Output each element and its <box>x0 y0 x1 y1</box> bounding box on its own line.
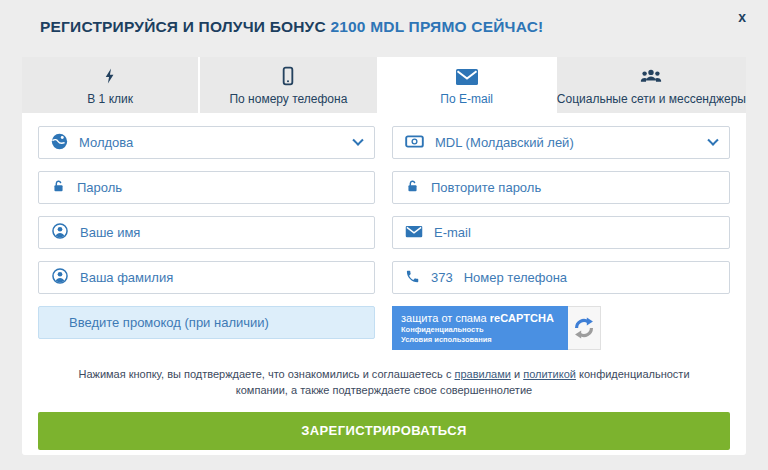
registration-panel: В 1 клик По номеру телефона По E-mail Со… <box>22 57 746 455</box>
privacy-policy-link[interactable]: политикой <box>523 368 576 380</box>
form-content: Молдова MDL (Молдавский лей) <box>22 113 746 450</box>
last-name-input[interactable] <box>80 270 362 285</box>
country-select[interactable]: Молдова <box>38 126 375 159</box>
tab-social-messengers[interactable]: Социальные сети и мессенджеры <box>557 57 746 113</box>
banknote-icon <box>405 133 424 153</box>
rules-link[interactable]: правилами <box>454 368 510 380</box>
password-field[interactable] <box>38 171 375 204</box>
email-input[interactable] <box>434 225 717 240</box>
recaptcha-title: защита от спама reCAPTCHA <box>401 312 560 326</box>
terms-disclaimer: Нажимая кнопку, вы подтверждаете, что оз… <box>52 367 716 399</box>
form-row-surname-phone: 373 <box>38 261 730 294</box>
register-button[interactable]: ЗАРЕГИСТРИРОВАТЬСЯ <box>38 412 730 450</box>
chevron-down-icon <box>352 134 363 145</box>
phone-field[interactable]: 373 <box>392 261 730 294</box>
phone-input[interactable] <box>464 270 717 285</box>
recaptcha-links: Конфиденциальность Условия использования <box>401 325 511 345</box>
tab-label: По E-mail <box>440 92 493 106</box>
recaptcha-logo-icon <box>568 306 601 350</box>
form-row-passwords <box>38 171 730 204</box>
title-main: РЕГИСТРИРУЙСЯ И ПОЛУЧИ БОНУС <box>40 18 326 35</box>
envelope-icon <box>455 65 479 87</box>
repeat-password-input[interactable] <box>431 180 717 195</box>
currency-select-value: MDL (Молдавский лей) <box>435 135 574 150</box>
phone-country-code: 373 <box>431 270 453 285</box>
recaptcha-privacy-link[interactable]: Конфиденциальность <box>401 325 484 334</box>
first-name-input[interactable] <box>80 225 362 240</box>
currency-select[interactable]: MDL (Молдавский лей) <box>392 126 730 159</box>
email-field[interactable] <box>392 216 730 249</box>
envelope-icon <box>405 224 423 242</box>
recaptcha-text: защита от спама reCAPTCHA Конфиденциальн… <box>392 306 568 350</box>
chevron-down-icon <box>707 134 718 145</box>
registration-tabs: В 1 клик По номеру телефона По E-mail Со… <box>22 57 746 113</box>
close-button[interactable]: x <box>734 6 750 28</box>
tab-by-email[interactable]: По E-mail <box>379 57 555 113</box>
tab-label: В 1 клик <box>87 92 133 106</box>
globe-icon <box>51 133 68 153</box>
promo-code-input[interactable] <box>69 315 362 330</box>
lock-icon <box>51 178 66 198</box>
tab-by-phone[interactable]: По номеру телефона <box>200 57 376 113</box>
page-title: РЕГИСТРИРУЙСЯ И ПОЛУЧИ БОНУС 2100 MDL ПР… <box>40 18 728 36</box>
tab-label: По номеру телефона <box>229 92 347 106</box>
people-icon <box>639 65 663 87</box>
disclaimer-text: и <box>511 368 523 380</box>
country-select-value: Молдова <box>79 135 133 150</box>
password-input[interactable] <box>77 180 362 195</box>
form-row-selects: Молдова MDL (Молдавский лей) <box>38 126 730 159</box>
repeat-password-field[interactable] <box>392 171 730 204</box>
tab-label: Социальные сети и мессенджеры <box>557 92 746 106</box>
modal-header: РЕГИСТРИРУЙСЯ И ПОЛУЧИ БОНУС 2100 MDL ПР… <box>40 18 728 36</box>
promo-code-field[interactable] <box>38 306 375 339</box>
title-bonus-accent: 2100 MDL ПРЯМО СЕЙЧАС! <box>330 18 543 35</box>
lightning-icon <box>101 65 119 87</box>
recaptcha-terms-link[interactable]: Условия использования <box>401 335 492 344</box>
first-name-field[interactable] <box>38 216 375 249</box>
recaptcha-badge[interactable]: защита от спама reCAPTCHA Конфиденциальн… <box>392 306 601 350</box>
disclaimer-text: Нажимая кнопку, вы подтверждаете, что оз… <box>78 368 454 380</box>
lock-icon <box>405 178 420 198</box>
form-row-promo-captcha: защита от спама reCAPTCHA Конфиденциальн… <box>38 306 730 350</box>
user-icon <box>51 267 69 288</box>
phone-icon <box>405 269 420 287</box>
smartphone-icon <box>278 65 298 87</box>
form-row-name-email <box>38 216 730 249</box>
tab-one-click[interactable]: В 1 клик <box>22 57 198 113</box>
last-name-field[interactable] <box>38 261 375 294</box>
user-icon <box>51 222 69 243</box>
